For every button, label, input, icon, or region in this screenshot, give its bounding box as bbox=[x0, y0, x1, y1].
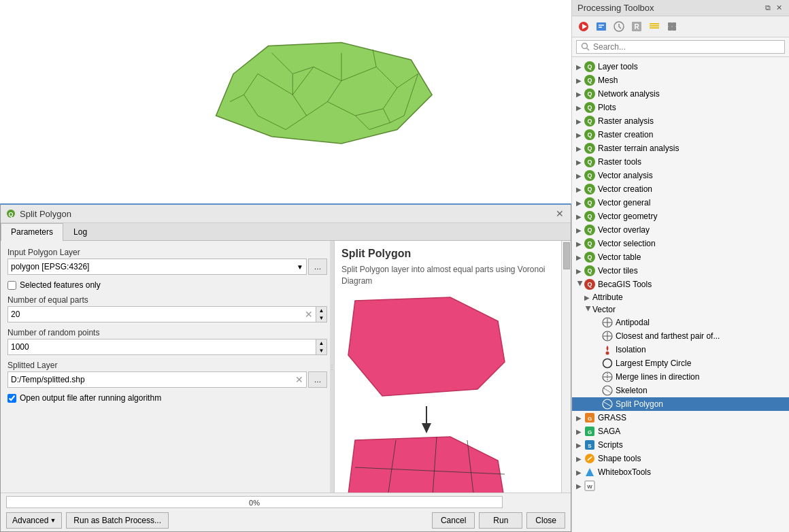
equal-parts-input[interactable] bbox=[8, 310, 302, 319]
tree-label-raster-tools: Raster tools bbox=[598, 157, 641, 167]
equal-parts-down-icon[interactable]: ▼ bbox=[316, 314, 326, 322]
tree-arrow-network-analysis: ▶ bbox=[576, 90, 584, 98]
tree-item-raster-terrain-analysis[interactable]: ▶ Q Raster terrain analysis bbox=[572, 142, 789, 155]
tree-item-isolation[interactable]: Isolation bbox=[572, 343, 789, 356]
tree-item-skeleton[interactable]: Skeleton bbox=[572, 384, 789, 397]
tree-item-grass[interactable]: ▶ G SAGA bbox=[572, 425, 789, 438]
tree-label-isolation: Isolation bbox=[616, 345, 646, 354]
tree-item-network-analysis[interactable]: ▶ Q Network analysis bbox=[572, 87, 789, 101]
options-icon[interactable] bbox=[647, 19, 662, 34]
tree-item-raster-analysis[interactable]: ▶ Q Raster analysis bbox=[572, 114, 789, 128]
open-output-checkbox[interactable] bbox=[7, 394, 16, 403]
tree-item-closest-farthest[interactable]: Closest and farthest pair of... bbox=[572, 329, 789, 343]
tree-item-largest-empty-circle[interactable]: Largest Empty Circle bbox=[572, 356, 789, 370]
random-points-up-icon[interactable]: ▲ bbox=[316, 339, 326, 347]
advanced-label: Advanced bbox=[12, 516, 48, 525]
tree-arrow-raster-creation: ▶ bbox=[576, 131, 584, 139]
tree-item-vector-creation[interactable]: ▶ Q Vector creation bbox=[572, 182, 789, 196]
tree-label-vector-overlay: Vector overlay bbox=[598, 225, 650, 235]
svg-text:Q: Q bbox=[8, 211, 13, 218]
tree-item-layer-tools[interactable]: ▶ Q Layer tools bbox=[572, 60, 789, 73]
dialog-titlebar: Q Split Polygon ✕ bbox=[1, 205, 571, 223]
preview-scrollbar[interactable] bbox=[561, 241, 571, 493]
tree-item-shape-tools[interactable]: ▶ WhiteboxTools bbox=[572, 465, 789, 479]
tree-item-scripts[interactable]: ▶ Shape tools bbox=[572, 452, 789, 465]
svg-rect-48 bbox=[650, 23, 659, 24]
random-points-spinner: ▲ ▼ bbox=[316, 339, 326, 354]
closest-farthest-icon bbox=[602, 331, 613, 342]
edit-script-icon[interactable] bbox=[594, 19, 609, 34]
random-points-down-icon[interactable]: ▼ bbox=[316, 347, 326, 354]
input-layer-combo[interactable]: polygon [EPSG:4326] ▼ bbox=[7, 259, 307, 275]
tree-label-raster-terrain: Raster terrain analysis bbox=[598, 144, 679, 153]
tree-item-attribute[interactable]: ▶ Attribute bbox=[572, 291, 789, 303]
tree-item-vector-overlay[interactable]: ▶ Q Vector overlay bbox=[572, 223, 789, 237]
search-input[interactable] bbox=[593, 42, 780, 52]
tree-label-vector-geometry: Vector geometry bbox=[598, 212, 657, 221]
tree-item-vector-table[interactable]: ▶ Q Vector table bbox=[572, 250, 789, 264]
tree-arrow-becagis: ▶ bbox=[577, 280, 584, 288]
tree-item-antipodal[interactable]: Antipodal bbox=[572, 316, 789, 329]
tree-label-layer-tools: Layer tools bbox=[598, 62, 638, 71]
splitted-layer-input[interactable]: D:/Temp/splitted.shp ✕ bbox=[7, 371, 307, 388]
plugins-icon[interactable] bbox=[665, 19, 679, 34]
progress-bar: 0% bbox=[6, 496, 503, 508]
svg-text:G: G bbox=[588, 416, 592, 422]
tree-item-whitebox[interactable]: ▶ W bbox=[572, 479, 789, 493]
tree-arrow-layer-tools: ▶ bbox=[576, 63, 584, 71]
tab-log[interactable]: Log bbox=[63, 223, 97, 240]
tree-label-grass: SAGA bbox=[598, 427, 620, 436]
tree-item-raster-creation[interactable]: ▶ Q Raster creation bbox=[572, 128, 789, 142]
input-layer-field: Input Polygon Layer polygon [EPSG:4326] … bbox=[7, 248, 327, 275]
toolbox-close-icon[interactable]: ✕ bbox=[774, 3, 784, 13]
toolbox-restore-icon[interactable]: ⧉ bbox=[763, 3, 773, 13]
history-icon[interactable] bbox=[611, 19, 626, 34]
equal-parts-up-icon[interactable]: ▲ bbox=[316, 307, 326, 314]
q-icon-network-analysis: Q bbox=[584, 88, 595, 99]
tree-label-mesh: Mesh bbox=[598, 76, 618, 85]
tree-item-vector-geometry[interactable]: ▶ Q Vector geometry bbox=[572, 210, 789, 223]
tree-item-merge-lines[interactable]: Merge lines in direction bbox=[572, 370, 789, 384]
advanced-button[interactable]: Advanced ▼ bbox=[6, 512, 62, 529]
open-output-label: Open output file after running algorithm bbox=[20, 393, 161, 403]
svg-marker-78 bbox=[586, 468, 594, 476]
tree-arrow-whitebox: ▶ bbox=[576, 482, 584, 490]
selected-features-checkbox[interactable] bbox=[7, 281, 16, 290]
q-icon-vector-table: Q bbox=[584, 252, 595, 263]
random-points-input[interactable] bbox=[8, 342, 316, 352]
run-button[interactable]: Run bbox=[479, 512, 522, 529]
tree-label-raster-creation: Raster creation bbox=[598, 130, 653, 139]
tree-item-vector-selection[interactable]: ▶ Q Vector selection bbox=[572, 237, 789, 250]
tree-item-gdal[interactable]: ▶ G GRASS bbox=[572, 411, 789, 425]
splitted-layer-clear-icon[interactable]: ✕ bbox=[295, 374, 303, 385]
equal-parts-clear-icon[interactable]: ✕ bbox=[302, 307, 316, 322]
close-button[interactable]: Close bbox=[526, 512, 565, 529]
tab-parameters[interactable]: Parameters bbox=[1, 223, 63, 241]
tree-item-saga[interactable]: ▶ S Scripts bbox=[572, 438, 789, 452]
search-bar bbox=[572, 37, 789, 57]
q-icon-vector-analysis: Q bbox=[584, 170, 595, 181]
input-layer-browse-button[interactable]: … bbox=[308, 259, 327, 275]
tree-item-vector-analysis[interactable]: ▶ Q Vector analysis bbox=[572, 169, 789, 182]
batch-process-button[interactable]: Run as Batch Process... bbox=[66, 512, 169, 529]
tree-item-vector-general[interactable]: ▶ Q Vector general bbox=[572, 196, 789, 210]
splitted-layer-browse-button[interactable]: … bbox=[308, 371, 327, 388]
tree-item-mesh[interactable]: ▶ Q Mesh bbox=[572, 73, 789, 87]
tree-item-split-polygon[interactable]: Split Polygon bbox=[572, 397, 789, 411]
tree-item-vector-tiles[interactable]: ▶ Q Vector tiles bbox=[572, 264, 789, 278]
close-icon[interactable]: ✕ bbox=[554, 208, 565, 219]
q-icon-vector-tiles: Q bbox=[584, 265, 595, 276]
tree-item-raster-tools[interactable]: ▶ Q Raster tools bbox=[572, 155, 789, 169]
cancel-button[interactable]: Cancel bbox=[432, 512, 475, 529]
splitted-layer-label: Splitted Layer bbox=[7, 361, 327, 370]
results-icon[interactable]: R bbox=[629, 19, 644, 34]
tree-item-plots[interactable]: ▶ Q Plots bbox=[572, 101, 789, 114]
tree-arrow-vector-group: ▶ bbox=[585, 305, 592, 314]
split-polygon-icon bbox=[602, 399, 613, 410]
toolbox-title-icons: ⧉ ✕ bbox=[763, 3, 784, 13]
tree-item-vector-group[interactable]: ▶ Vector bbox=[572, 303, 789, 316]
run-selected-icon[interactable] bbox=[576, 19, 591, 34]
antipodal-icon bbox=[602, 317, 613, 328]
tree-item-becagis[interactable]: ▶ Q BecaGIS Tools bbox=[572, 278, 789, 291]
svg-point-54 bbox=[582, 44, 588, 49]
